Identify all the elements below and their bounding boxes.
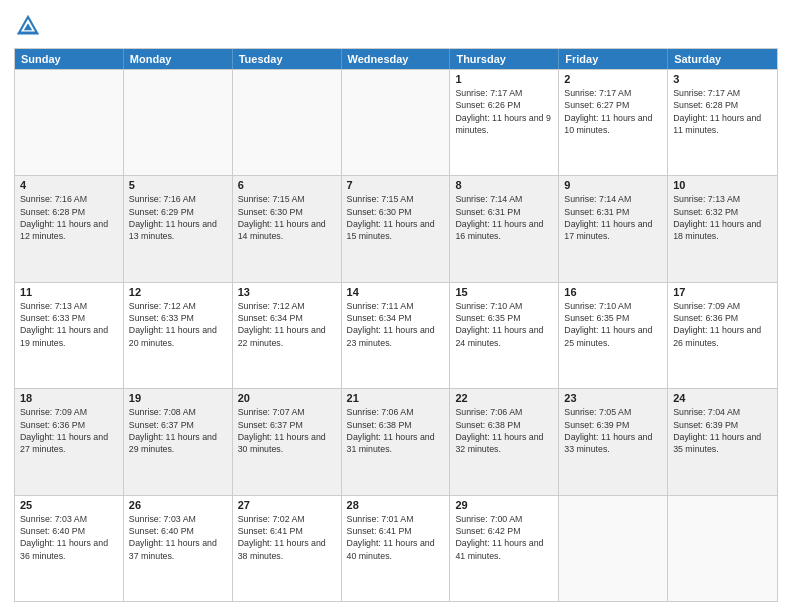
- day-cell-21: 21Sunrise: 7:06 AM Sunset: 6:38 PM Dayli…: [342, 389, 451, 494]
- day-number: 16: [564, 286, 662, 298]
- day-cell-11: 11Sunrise: 7:13 AM Sunset: 6:33 PM Dayli…: [15, 283, 124, 388]
- day-number: 28: [347, 499, 445, 511]
- day-number: 21: [347, 392, 445, 404]
- day-cell-13: 13Sunrise: 7:12 AM Sunset: 6:34 PM Dayli…: [233, 283, 342, 388]
- header-day-wednesday: Wednesday: [342, 49, 451, 69]
- calendar-row-0: 1Sunrise: 7:17 AM Sunset: 6:26 PM Daylig…: [15, 69, 777, 175]
- day-info: Sunrise: 7:17 AM Sunset: 6:28 PM Dayligh…: [673, 87, 772, 136]
- day-cell-12: 12Sunrise: 7:12 AM Sunset: 6:33 PM Dayli…: [124, 283, 233, 388]
- calendar: SundayMondayTuesdayWednesdayThursdayFrid…: [14, 48, 778, 602]
- day-number: 19: [129, 392, 227, 404]
- day-cell-10: 10Sunrise: 7:13 AM Sunset: 6:32 PM Dayli…: [668, 176, 777, 281]
- calendar-row-1: 4Sunrise: 7:16 AM Sunset: 6:28 PM Daylig…: [15, 175, 777, 281]
- day-info: Sunrise: 7:15 AM Sunset: 6:30 PM Dayligh…: [238, 193, 336, 242]
- day-number: 8: [455, 179, 553, 191]
- calendar-row-2: 11Sunrise: 7:13 AM Sunset: 6:33 PM Dayli…: [15, 282, 777, 388]
- day-cell-3: 3Sunrise: 7:17 AM Sunset: 6:28 PM Daylig…: [668, 70, 777, 175]
- day-cell-7: 7Sunrise: 7:15 AM Sunset: 6:30 PM Daylig…: [342, 176, 451, 281]
- calendar-row-3: 18Sunrise: 7:09 AM Sunset: 6:36 PM Dayli…: [15, 388, 777, 494]
- day-info: Sunrise: 7:09 AM Sunset: 6:36 PM Dayligh…: [20, 406, 118, 455]
- day-number: 29: [455, 499, 553, 511]
- header-day-saturday: Saturday: [668, 49, 777, 69]
- day-cell-20: 20Sunrise: 7:07 AM Sunset: 6:37 PM Dayli…: [233, 389, 342, 494]
- empty-cell-4-6: [668, 496, 777, 601]
- day-cell-19: 19Sunrise: 7:08 AM Sunset: 6:37 PM Dayli…: [124, 389, 233, 494]
- header-day-tuesday: Tuesday: [233, 49, 342, 69]
- day-info: Sunrise: 7:05 AM Sunset: 6:39 PM Dayligh…: [564, 406, 662, 455]
- day-info: Sunrise: 7:12 AM Sunset: 6:33 PM Dayligh…: [129, 300, 227, 349]
- logo-icon: [14, 12, 42, 40]
- day-number: 27: [238, 499, 336, 511]
- calendar-body: 1Sunrise: 7:17 AM Sunset: 6:26 PM Daylig…: [15, 69, 777, 601]
- day-number: 5: [129, 179, 227, 191]
- day-number: 25: [20, 499, 118, 511]
- logo: [14, 12, 46, 40]
- day-number: 22: [455, 392, 553, 404]
- day-number: 18: [20, 392, 118, 404]
- day-info: Sunrise: 7:16 AM Sunset: 6:29 PM Dayligh…: [129, 193, 227, 242]
- calendar-header: SundayMondayTuesdayWednesdayThursdayFrid…: [15, 49, 777, 69]
- day-number: 14: [347, 286, 445, 298]
- page: SundayMondayTuesdayWednesdayThursdayFrid…: [0, 0, 792, 612]
- day-cell-18: 18Sunrise: 7:09 AM Sunset: 6:36 PM Dayli…: [15, 389, 124, 494]
- day-cell-8: 8Sunrise: 7:14 AM Sunset: 6:31 PM Daylig…: [450, 176, 559, 281]
- day-cell-14: 14Sunrise: 7:11 AM Sunset: 6:34 PM Dayli…: [342, 283, 451, 388]
- day-cell-15: 15Sunrise: 7:10 AM Sunset: 6:35 PM Dayli…: [450, 283, 559, 388]
- day-info: Sunrise: 7:17 AM Sunset: 6:26 PM Dayligh…: [455, 87, 553, 136]
- day-info: Sunrise: 7:10 AM Sunset: 6:35 PM Dayligh…: [455, 300, 553, 349]
- day-number: 11: [20, 286, 118, 298]
- calendar-row-4: 25Sunrise: 7:03 AM Sunset: 6:40 PM Dayli…: [15, 495, 777, 601]
- day-cell-25: 25Sunrise: 7:03 AM Sunset: 6:40 PM Dayli…: [15, 496, 124, 601]
- day-number: 9: [564, 179, 662, 191]
- day-number: 15: [455, 286, 553, 298]
- day-info: Sunrise: 7:06 AM Sunset: 6:38 PM Dayligh…: [347, 406, 445, 455]
- day-info: Sunrise: 7:13 AM Sunset: 6:32 PM Dayligh…: [673, 193, 772, 242]
- header: [14, 12, 778, 40]
- day-info: Sunrise: 7:09 AM Sunset: 6:36 PM Dayligh…: [673, 300, 772, 349]
- day-number: 10: [673, 179, 772, 191]
- header-day-sunday: Sunday: [15, 49, 124, 69]
- day-cell-29: 29Sunrise: 7:00 AM Sunset: 6:42 PM Dayli…: [450, 496, 559, 601]
- day-cell-27: 27Sunrise: 7:02 AM Sunset: 6:41 PM Dayli…: [233, 496, 342, 601]
- day-info: Sunrise: 7:03 AM Sunset: 6:40 PM Dayligh…: [20, 513, 118, 562]
- day-info: Sunrise: 7:12 AM Sunset: 6:34 PM Dayligh…: [238, 300, 336, 349]
- header-day-friday: Friday: [559, 49, 668, 69]
- day-number: 23: [564, 392, 662, 404]
- day-number: 20: [238, 392, 336, 404]
- day-cell-4: 4Sunrise: 7:16 AM Sunset: 6:28 PM Daylig…: [15, 176, 124, 281]
- day-info: Sunrise: 7:00 AM Sunset: 6:42 PM Dayligh…: [455, 513, 553, 562]
- day-info: Sunrise: 7:16 AM Sunset: 6:28 PM Dayligh…: [20, 193, 118, 242]
- day-number: 1: [455, 73, 553, 85]
- day-cell-26: 26Sunrise: 7:03 AM Sunset: 6:40 PM Dayli…: [124, 496, 233, 601]
- day-info: Sunrise: 7:11 AM Sunset: 6:34 PM Dayligh…: [347, 300, 445, 349]
- day-number: 13: [238, 286, 336, 298]
- day-info: Sunrise: 7:10 AM Sunset: 6:35 PM Dayligh…: [564, 300, 662, 349]
- day-info: Sunrise: 7:08 AM Sunset: 6:37 PM Dayligh…: [129, 406, 227, 455]
- day-info: Sunrise: 7:14 AM Sunset: 6:31 PM Dayligh…: [564, 193, 662, 242]
- day-number: 17: [673, 286, 772, 298]
- day-cell-1: 1Sunrise: 7:17 AM Sunset: 6:26 PM Daylig…: [450, 70, 559, 175]
- day-cell-22: 22Sunrise: 7:06 AM Sunset: 6:38 PM Dayli…: [450, 389, 559, 494]
- day-cell-23: 23Sunrise: 7:05 AM Sunset: 6:39 PM Dayli…: [559, 389, 668, 494]
- day-info: Sunrise: 7:06 AM Sunset: 6:38 PM Dayligh…: [455, 406, 553, 455]
- day-cell-2: 2Sunrise: 7:17 AM Sunset: 6:27 PM Daylig…: [559, 70, 668, 175]
- day-info: Sunrise: 7:02 AM Sunset: 6:41 PM Dayligh…: [238, 513, 336, 562]
- day-info: Sunrise: 7:13 AM Sunset: 6:33 PM Dayligh…: [20, 300, 118, 349]
- empty-cell-0-2: [233, 70, 342, 175]
- day-cell-9: 9Sunrise: 7:14 AM Sunset: 6:31 PM Daylig…: [559, 176, 668, 281]
- day-info: Sunrise: 7:07 AM Sunset: 6:37 PM Dayligh…: [238, 406, 336, 455]
- day-cell-17: 17Sunrise: 7:09 AM Sunset: 6:36 PM Dayli…: [668, 283, 777, 388]
- header-day-monday: Monday: [124, 49, 233, 69]
- header-day-thursday: Thursday: [450, 49, 559, 69]
- day-cell-6: 6Sunrise: 7:15 AM Sunset: 6:30 PM Daylig…: [233, 176, 342, 281]
- day-info: Sunrise: 7:17 AM Sunset: 6:27 PM Dayligh…: [564, 87, 662, 136]
- day-cell-5: 5Sunrise: 7:16 AM Sunset: 6:29 PM Daylig…: [124, 176, 233, 281]
- day-number: 24: [673, 392, 772, 404]
- day-cell-28: 28Sunrise: 7:01 AM Sunset: 6:41 PM Dayli…: [342, 496, 451, 601]
- day-number: 6: [238, 179, 336, 191]
- day-number: 26: [129, 499, 227, 511]
- day-cell-16: 16Sunrise: 7:10 AM Sunset: 6:35 PM Dayli…: [559, 283, 668, 388]
- day-number: 4: [20, 179, 118, 191]
- day-info: Sunrise: 7:15 AM Sunset: 6:30 PM Dayligh…: [347, 193, 445, 242]
- empty-cell-4-5: [559, 496, 668, 601]
